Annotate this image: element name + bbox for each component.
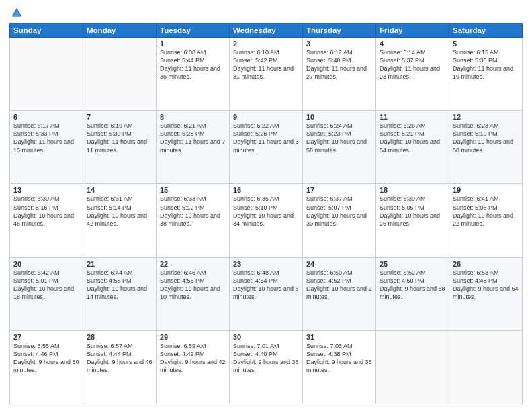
day-number: 16 (233, 186, 299, 194)
day-content: Sunrise: 6:48 AMSunset: 4:54 PMDaylight:… (233, 269, 299, 302)
day-content: Sunrise: 6:50 AMSunset: 4:52 PMDaylight:… (306, 269, 372, 302)
day-content: Sunrise: 6:17 AMSunset: 5:33 PMDaylight:… (13, 122, 79, 154)
day-cell: 18Sunrise: 6:39 AMSunset: 5:05 PMDayligh… (376, 184, 449, 257)
day-header-thursday: Thursday (303, 24, 376, 38)
day-cell: 16Sunrise: 6:35 AMSunset: 5:10 PMDayligh… (230, 184, 303, 257)
calendar: SundayMondayTuesdayWednesdayThursdayFrid… (9, 23, 523, 404)
day-cell (376, 330, 449, 404)
day-number: 4 (380, 40, 445, 48)
day-content: Sunrise: 7:03 AMSunset: 4:38 PMDaylight:… (306, 342, 372, 375)
day-header-friday: Friday (376, 24, 449, 38)
day-cell: 30Sunrise: 7:01 AMSunset: 4:40 PMDayligh… (230, 330, 303, 404)
day-cell: 1Sunrise: 6:08 AMSunset: 5:44 PMDaylight… (157, 38, 230, 111)
day-content: Sunrise: 7:01 AMSunset: 4:40 PMDaylight:… (233, 342, 299, 375)
day-number: 15 (160, 186, 226, 194)
logo (9, 7, 26, 19)
day-content: Sunrise: 6:08 AMSunset: 5:44 PMDaylight:… (160, 48, 226, 81)
day-content: Sunrise: 6:33 AMSunset: 5:12 PMDaylight:… (160, 195, 226, 228)
day-number: 29 (160, 333, 226, 341)
day-cell: 12Sunrise: 6:28 AMSunset: 5:19 PMDayligh… (449, 111, 523, 184)
day-cell: 6Sunrise: 6:17 AMSunset: 5:33 PMDaylight… (10, 111, 83, 184)
day-content: Sunrise: 6:42 AMSunset: 5:01 PMDaylight:… (13, 269, 79, 302)
day-number: 13 (13, 186, 79, 194)
day-content: Sunrise: 6:19 AMSunset: 5:30 PMDaylight:… (87, 122, 152, 154)
day-number: 18 (380, 186, 445, 194)
day-number: 3 (306, 40, 372, 48)
day-header-wednesday: Wednesday (230, 24, 303, 38)
day-number: 17 (306, 186, 372, 194)
day-number: 30 (233, 333, 299, 341)
day-number: 2 (233, 40, 299, 48)
day-content: Sunrise: 6:39 AMSunset: 5:05 PMDaylight:… (380, 195, 445, 228)
day-cell: 9Sunrise: 6:22 AMSunset: 5:26 PMDaylight… (230, 111, 303, 184)
day-cell (10, 38, 83, 111)
day-content: Sunrise: 6:10 AMSunset: 5:42 PMDaylight:… (233, 48, 299, 81)
day-number: 14 (87, 186, 152, 194)
day-content: Sunrise: 6:57 AMSunset: 4:44 PMDaylight:… (87, 342, 152, 375)
day-number: 5 (453, 40, 519, 48)
day-content: Sunrise: 6:21 AMSunset: 5:28 PMDaylight:… (160, 122, 226, 154)
day-cell: 23Sunrise: 6:48 AMSunset: 4:54 PMDayligh… (230, 257, 303, 330)
day-number: 25 (380, 260, 445, 268)
day-cell: 7Sunrise: 6:19 AMSunset: 5:30 PMDaylight… (83, 111, 157, 184)
day-cell: 5Sunrise: 6:15 AMSunset: 5:35 PMDaylight… (449, 38, 523, 111)
day-content: Sunrise: 6:31 AMSunset: 5:14 PMDaylight:… (87, 195, 152, 228)
day-number: 9 (233, 113, 299, 121)
day-content: Sunrise: 6:15 AMSunset: 5:35 PMDaylight:… (453, 48, 519, 81)
day-content: Sunrise: 6:30 AMSunset: 5:16 PMDaylight:… (13, 195, 79, 228)
day-content: Sunrise: 6:24 AMSunset: 5:23 PMDaylight:… (306, 122, 372, 154)
day-cell: 29Sunrise: 6:59 AMSunset: 4:42 PMDayligh… (157, 330, 230, 404)
day-cell: 22Sunrise: 6:46 AMSunset: 4:56 PMDayligh… (157, 257, 230, 330)
day-content: Sunrise: 6:46 AMSunset: 4:56 PMDaylight:… (160, 269, 226, 302)
day-cell: 17Sunrise: 6:37 AMSunset: 5:07 PMDayligh… (303, 184, 376, 257)
day-cell: 8Sunrise: 6:21 AMSunset: 5:28 PMDaylight… (157, 111, 230, 184)
day-cell: 21Sunrise: 6:44 AMSunset: 4:58 PMDayligh… (83, 257, 157, 330)
day-cell: 10Sunrise: 6:24 AMSunset: 5:23 PMDayligh… (303, 111, 376, 184)
day-cell (449, 330, 523, 404)
week-row-2: 6Sunrise: 6:17 AMSunset: 5:33 PMDaylight… (10, 111, 523, 184)
page: SundayMondayTuesdayWednesdayThursdayFrid… (0, 0, 532, 411)
day-number: 12 (453, 113, 519, 121)
day-header-monday: Monday (83, 24, 157, 38)
day-number: 22 (160, 260, 226, 268)
day-content: Sunrise: 6:53 AMSunset: 4:48 PMDaylight:… (453, 269, 519, 302)
day-header-saturday: Saturday (449, 24, 523, 38)
day-cell: 31Sunrise: 7:03 AMSunset: 4:38 PMDayligh… (303, 330, 376, 404)
day-number: 28 (87, 333, 152, 341)
day-cell: 3Sunrise: 6:12 AMSunset: 5:40 PMDaylight… (303, 38, 376, 111)
day-cell: 25Sunrise: 6:52 AMSunset: 4:50 PMDayligh… (376, 257, 449, 330)
week-row-4: 20Sunrise: 6:42 AMSunset: 5:01 PMDayligh… (10, 257, 523, 330)
day-content: Sunrise: 6:35 AMSunset: 5:10 PMDaylight:… (233, 195, 299, 228)
day-content: Sunrise: 6:41 AMSunset: 5:03 PMDaylight:… (453, 195, 519, 228)
day-number: 6 (13, 113, 79, 121)
day-cell: 20Sunrise: 6:42 AMSunset: 5:01 PMDayligh… (10, 257, 83, 330)
day-cell: 19Sunrise: 6:41 AMSunset: 5:03 PMDayligh… (449, 184, 523, 257)
day-cell: 15Sunrise: 6:33 AMSunset: 5:12 PMDayligh… (157, 184, 230, 257)
day-number: 20 (13, 260, 79, 268)
day-number: 7 (87, 113, 152, 121)
day-number: 10 (306, 113, 372, 121)
day-content: Sunrise: 6:14 AMSunset: 5:37 PMDaylight:… (380, 48, 445, 81)
day-content: Sunrise: 6:22 AMSunset: 5:26 PMDaylight:… (233, 122, 299, 154)
day-content: Sunrise: 6:26 AMSunset: 5:21 PMDaylight:… (380, 122, 445, 154)
day-number: 26 (453, 260, 519, 268)
day-cell: 28Sunrise: 6:57 AMSunset: 4:44 PMDayligh… (83, 330, 157, 404)
day-header-tuesday: Tuesday (157, 24, 230, 38)
day-cell: 4Sunrise: 6:14 AMSunset: 5:37 PMDaylight… (376, 38, 449, 111)
day-header-sunday: Sunday (10, 24, 83, 38)
day-number: 21 (87, 260, 152, 268)
day-number: 27 (13, 333, 79, 341)
day-content: Sunrise: 6:28 AMSunset: 5:19 PMDaylight:… (453, 122, 519, 154)
day-content: Sunrise: 6:44 AMSunset: 4:58 PMDaylight:… (87, 269, 152, 302)
day-number: 31 (306, 333, 372, 341)
day-cell: 11Sunrise: 6:26 AMSunset: 5:21 PMDayligh… (376, 111, 449, 184)
day-number: 19 (453, 186, 519, 194)
day-cell: 14Sunrise: 6:31 AMSunset: 5:14 PMDayligh… (83, 184, 157, 257)
day-content: Sunrise: 6:59 AMSunset: 4:42 PMDaylight:… (160, 342, 226, 375)
day-content: Sunrise: 6:12 AMSunset: 5:40 PMDaylight:… (306, 48, 372, 81)
day-number: 24 (306, 260, 372, 268)
day-content: Sunrise: 6:37 AMSunset: 5:07 PMDaylight:… (306, 195, 372, 228)
week-row-3: 13Sunrise: 6:30 AMSunset: 5:16 PMDayligh… (10, 184, 523, 257)
day-number: 8 (160, 113, 226, 121)
day-cell: 24Sunrise: 6:50 AMSunset: 4:52 PMDayligh… (303, 257, 376, 330)
